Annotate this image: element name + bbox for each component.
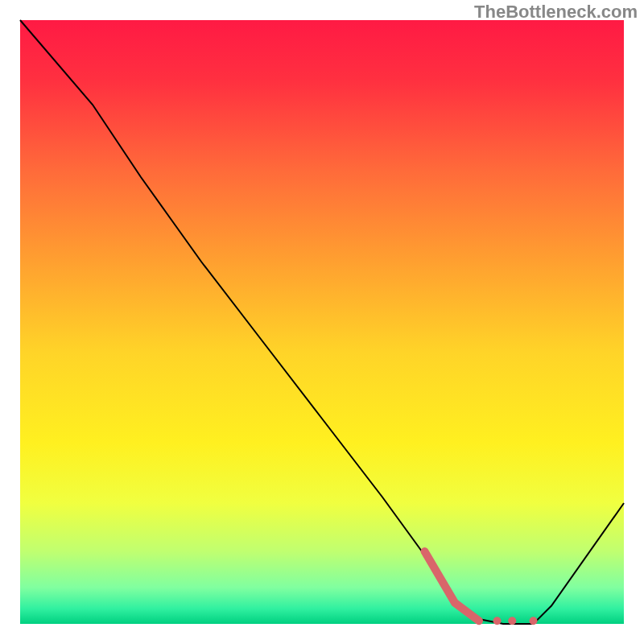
highlight-dot — [508, 617, 516, 625]
plot-background — [20, 20, 624, 624]
chart-svg — [0, 0, 644, 644]
highlight-dot — [493, 617, 502, 625]
chart-container: TheBottleneck.com — [0, 0, 644, 644]
highlight-dot — [530, 617, 538, 625]
watermark-text: TheBottleneck.com — [474, 2, 638, 23]
